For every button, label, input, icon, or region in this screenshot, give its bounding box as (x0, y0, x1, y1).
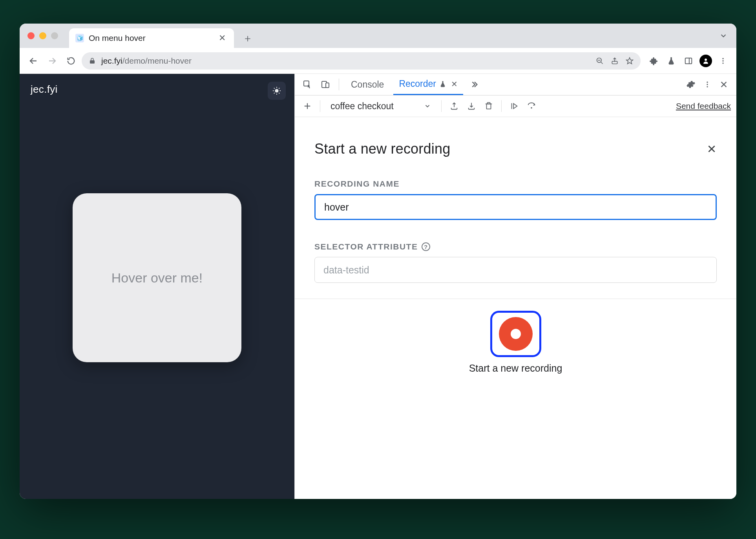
step-icon[interactable] (524, 99, 539, 113)
minimize-window-icon[interactable] (39, 32, 46, 39)
recording-select[interactable]: coffee checkout (326, 99, 436, 114)
extensions-icon[interactable] (646, 53, 662, 69)
tabs-overflow-button[interactable] (719, 24, 728, 48)
close-window-icon[interactable] (27, 32, 35, 39)
lock-icon (89, 57, 96, 64)
svg-line-4 (601, 62, 603, 64)
tab-recorder[interactable]: Recorder ✕ (393, 74, 463, 95)
profile-avatar[interactable] (698, 53, 714, 69)
labs-flask-icon[interactable] (663, 53, 679, 69)
start-recording-button[interactable] (490, 311, 541, 357)
hover-card-text: Hover over me! (111, 270, 203, 286)
delete-icon[interactable] (482, 99, 496, 113)
close-panel-icon[interactable]: ✕ (451, 79, 458, 89)
tab-title: On menu hover (89, 33, 212, 43)
svg-point-11 (722, 60, 723, 61)
export-icon[interactable] (447, 99, 461, 113)
recording-name-input[interactable] (314, 194, 717, 220)
svg-point-25 (707, 82, 708, 83)
recording-select-label: coffee checkout (331, 101, 394, 112)
window-controls (24, 24, 69, 48)
selector-attribute-input[interactable] (314, 257, 717, 283)
play-icon[interactable] (507, 99, 521, 113)
new-recording-button[interactable] (300, 99, 314, 113)
url-path: /demo/menu-hover (122, 56, 192, 65)
record-area: Start a new recording (295, 299, 736, 386)
svg-marker-6 (626, 57, 633, 64)
svg-point-13 (275, 89, 278, 92)
devtools-panel: Console Recorder ✕ coffee checkout (294, 74, 736, 499)
browser-menu-icon[interactable] (715, 53, 731, 69)
side-panel-icon[interactable] (681, 53, 696, 69)
bookmark-star-icon[interactable] (626, 57, 634, 65)
devtools-menu-icon[interactable] (700, 77, 714, 92)
import-icon[interactable] (464, 99, 478, 113)
zoom-out-icon[interactable] (596, 57, 604, 65)
svg-line-19 (279, 93, 279, 94)
webpage: jec.fyi Hover over me! (20, 74, 294, 499)
svg-point-12 (722, 62, 723, 64)
site-brand: jec.fyi (31, 83, 283, 95)
url-input[interactable]: jec.fyi/demo/menu-hover (82, 52, 641, 70)
svg-point-35 (531, 107, 532, 109)
svg-rect-24 (326, 83, 329, 88)
devtools-tabbar: Console Recorder ✕ (295, 74, 736, 95)
svg-point-9 (705, 59, 707, 61)
selector-attribute-label: SELECTOR ATTRIBUTE ? (314, 242, 717, 251)
recorder-toolbar: coffee checkout Send feedback (295, 95, 736, 117)
svg-line-18 (274, 88, 275, 89)
back-button[interactable] (25, 53, 42, 69)
svg-rect-32 (487, 104, 491, 109)
favicon-icon: 🧊 (75, 34, 84, 42)
recording-name-label: RECORDING NAME (314, 179, 717, 189)
url-host: jec.fyi (101, 56, 122, 65)
svg-point-26 (707, 84, 708, 85)
address-bar: jec.fyi/demo/menu-hover (20, 48, 736, 74)
svg-line-21 (279, 88, 279, 89)
svg-point-27 (707, 86, 708, 87)
record-caption: Start a new recording (469, 363, 562, 374)
theme-toggle-button[interactable] (268, 82, 286, 100)
close-devtools-icon[interactable] (717, 77, 731, 92)
svg-marker-34 (513, 104, 517, 109)
hover-card[interactable]: Hover over me! (73, 193, 241, 362)
svg-point-10 (722, 58, 723, 59)
maximize-window-icon[interactable] (51, 32, 58, 39)
tab-close-icon[interactable]: ✕ (217, 33, 228, 43)
settings-gear-icon[interactable] (684, 77, 698, 92)
send-feedback-link[interactable]: Send feedback (676, 101, 731, 111)
inspect-element-icon[interactable] (300, 77, 314, 92)
more-tabs-icon[interactable] (467, 77, 481, 92)
share-icon[interactable] (611, 57, 619, 65)
tab-strip: 🧊 On menu hover ✕ ＋ (20, 24, 736, 48)
close-form-icon[interactable] (707, 144, 717, 154)
record-icon (499, 317, 533, 351)
tab-console[interactable]: Console (345, 74, 389, 95)
forward-button[interactable] (44, 53, 60, 69)
svg-line-20 (274, 93, 275, 94)
content-area: jec.fyi Hover over me! Console Recorder … (20, 74, 736, 499)
new-recording-form: Start a new recording RECORDING NAME SEL… (295, 117, 736, 299)
help-icon[interactable]: ? (422, 242, 430, 251)
form-title: Start a new recording (314, 141, 450, 157)
browser-tab[interactable]: 🧊 On menu hover ✕ (69, 28, 234, 48)
experiment-flask-icon (439, 81, 446, 88)
reload-button[interactable] (63, 53, 79, 69)
new-tab-button[interactable]: ＋ (239, 30, 256, 46)
svg-rect-7 (685, 58, 692, 64)
browser-window: 🧊 On menu hover ✕ ＋ jec.fyi/demo/menu-ho… (20, 24, 736, 499)
device-toolbar-icon[interactable] (318, 77, 332, 92)
